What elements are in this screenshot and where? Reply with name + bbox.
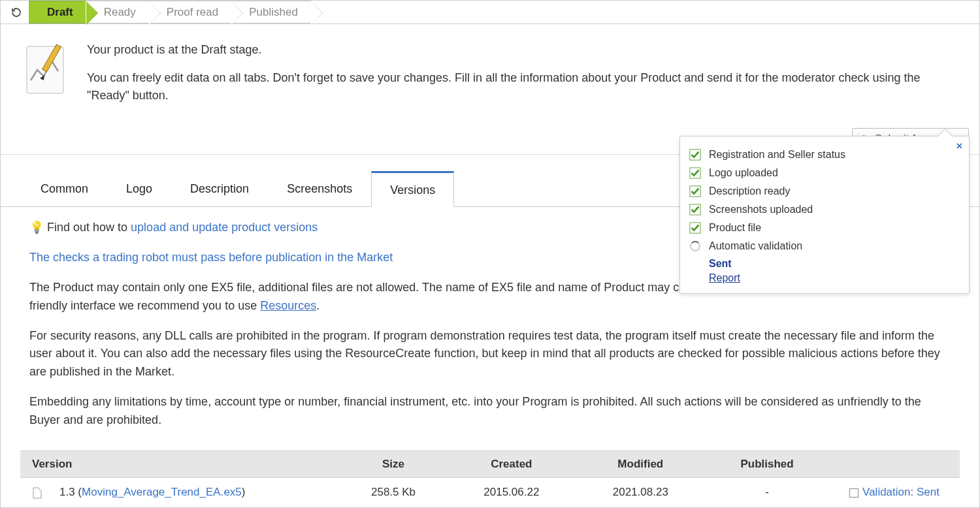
review-checklist-popup: × Registration and Seller status Logo up… [679, 136, 970, 294]
rules-para-3: Embedding any limitations by time, accou… [29, 393, 951, 430]
check-icon [689, 222, 701, 234]
cell-modified: 2021.08.23 [576, 478, 705, 507]
checks-link[interactable]: The checks a trading robot must pass bef… [29, 251, 393, 264]
check-row-registration: Registration and Seller status [689, 146, 957, 164]
stage-text: Your product is at the Draft stage. You … [87, 41, 957, 148]
check-row-product-file: Product file [689, 219, 957, 237]
table-row: 1.3 (Moving_Average_Trend_EA.ex5) 258.5 … [20, 478, 960, 507]
col-version: Version [20, 451, 340, 478]
refresh-icon [10, 7, 22, 18]
rules-para-2: For security reasons, any DLL calls are … [29, 327, 951, 382]
popup-close-button[interactable]: × [956, 140, 962, 152]
col-created: Created [447, 451, 576, 478]
stage-info-panel: Your product is at the Draft stage. You … [1, 24, 979, 155]
check-label: Automatic validation [709, 240, 802, 252]
crumb-proof-read[interactable]: Proof read [148, 1, 231, 24]
draft-stage-icon [23, 41, 69, 100]
check-row-auto-validation: Automatic validation [689, 237, 957, 255]
stage-body: You can freely edit data on all tabs. Do… [87, 69, 957, 104]
tab-logo[interactable]: Logo [107, 171, 171, 207]
tab-common[interactable]: Common [22, 171, 107, 207]
workflow-breadcrumb: Draft Ready Proof read Published [1, 1, 979, 24]
col-published: Published [705, 451, 829, 478]
tab-description[interactable]: Description [171, 171, 268, 207]
check-icon [689, 185, 701, 197]
validation-sent-label: Sent [709, 258, 957, 270]
version-number: 1.3 [59, 486, 75, 498]
crumb-label: Ready [104, 6, 136, 19]
col-size: Size [340, 451, 447, 478]
cell-size: 258.5 Kb [340, 478, 447, 507]
validation-link[interactable]: Validation: Sent [862, 486, 939, 498]
file-icon [32, 487, 42, 499]
version-file-link[interactable]: Moving_Average_Trend_EA.ex5 [82, 486, 242, 498]
tab-versions[interactable]: Versions [371, 171, 454, 207]
check-label: Description ready [709, 185, 791, 197]
col-modified: Modified [576, 451, 705, 478]
check-label: Logo uploaded [709, 167, 778, 179]
crumb-label: Published [249, 6, 298, 19]
tab-screenshots[interactable]: Screenshots [268, 171, 371, 207]
check-icon [689, 204, 701, 215]
refresh-button[interactable] [3, 1, 29, 24]
bulb-icon: 💡 [29, 221, 44, 234]
cell-published: - [705, 478, 829, 507]
crumb-draft[interactable]: Draft [29, 1, 86, 24]
check-label: Registration and Seller status [709, 149, 845, 161]
resources-link[interactable]: Resources [260, 299, 316, 312]
crumb-label: Draft [47, 6, 73, 19]
check-row-description: Description ready [689, 182, 957, 200]
spinner-icon [689, 240, 701, 252]
versions-table: Version Size Created Modified Published … [20, 451, 960, 507]
validation-checkbox[interactable] [849, 488, 858, 498]
check-label: Product file [709, 222, 761, 234]
cell-created: 2015.06.22 [447, 478, 576, 507]
check-label: Screenshots uploaded [709, 204, 813, 215]
validation-report-link[interactable]: Report [709, 272, 957, 284]
check-row-logo: Logo uploaded [689, 164, 957, 182]
check-row-screenshots: Screenshots uploaded [689, 200, 957, 219]
popup-links: Sent Report [709, 258, 957, 284]
upload-versions-link[interactable]: upload and update product versions [131, 221, 318, 234]
stage-title: Your product is at the Draft stage. [87, 41, 957, 59]
check-icon [689, 149, 701, 161]
crumb-label: Proof read [167, 6, 218, 19]
check-icon [689, 167, 701, 179]
